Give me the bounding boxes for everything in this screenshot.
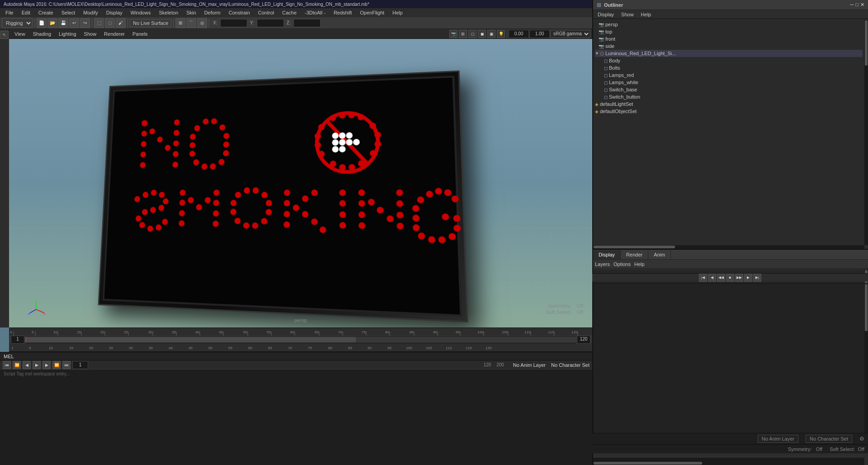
- vp-light-btn[interactable]: 💡: [497, 30, 505, 38]
- snap-to-point-btn[interactable]: ◎: [197, 18, 207, 28]
- outliner-item-top[interactable]: 📷 top: [595, 28, 863, 35]
- first-frame-btn[interactable]: ⏮: [3, 361, 11, 369]
- outliner-help-menu[interactable]: Help: [638, 11, 654, 18]
- vp-shaded-btn[interactable]: ◼: [478, 30, 486, 38]
- z-label: Z:: [285, 20, 292, 25]
- redo-btn[interactable]: ↪: [80, 18, 90, 28]
- menu-control[interactable]: Control: [255, 9, 278, 16]
- show-menu[interactable]: Show: [80, 30, 100, 38]
- settings-icon[interactable]: ⚙: [859, 436, 864, 442]
- undo-btn[interactable]: ↩: [69, 18, 79, 28]
- vp-grid-btn[interactable]: ⊞: [459, 30, 467, 38]
- stop-btn[interactable]: ■: [726, 274, 734, 282]
- anim-tab[interactable]: Anim: [648, 250, 671, 259]
- menu-openflight[interactable]: OpenFlight: [356, 9, 388, 16]
- snap-to-grid-btn[interactable]: ⊞: [175, 18, 185, 28]
- viewport-3d[interactable]: persp x y z Symmetry: Off Soft Select: O…: [9, 39, 592, 327]
- y-field[interactable]: [257, 19, 284, 27]
- x-field[interactable]: [220, 19, 247, 27]
- next-frame-btn[interactable]: ▶: [744, 274, 752, 282]
- menu-select[interactable]: Select: [58, 9, 79, 16]
- outliner-show-menu[interactable]: Show: [618, 11, 637, 18]
- menu-skeleton[interactable]: Skeleton: [155, 9, 182, 16]
- last-frame-btn[interactable]: ⏭: [62, 361, 71, 369]
- menu-cache[interactable]: Cache: [278, 9, 300, 16]
- gamma-select[interactable]: sRGB gamma: [550, 30, 590, 38]
- render-tab[interactable]: Render: [621, 250, 648, 259]
- menu-deform[interactable]: Deform: [201, 9, 224, 16]
- outliner-item-group[interactable]: ▼ ⬡ Luminous_Red_LED_Light_Si...: [595, 50, 863, 57]
- vp-camera-btn[interactable]: 📷: [449, 30, 458, 38]
- svg-text:70: 70: [338, 330, 342, 334]
- outliner-display-menu[interactable]: Display: [595, 11, 617, 18]
- outliner-scrollbar-v[interactable]: [864, 20, 868, 245]
- menu-create[interactable]: Create: [35, 9, 57, 16]
- start-frame-field[interactable]: 1: [11, 336, 24, 344]
- prev-key2-btn[interactable]: ⏪: [13, 361, 21, 369]
- value2-field[interactable]: 1.00: [529, 30, 550, 38]
- rb-scrollbar-h2[interactable]: [593, 458, 864, 461]
- lasso-tool-btn[interactable]: ◌: [105, 18, 115, 28]
- next-key-btn[interactable]: ▶|: [753, 274, 761, 282]
- outliner-item-body[interactable]: ◻ Body: [595, 57, 863, 64]
- outliner-item-bolts[interactable]: ◻ Bolts: [595, 64, 863, 71]
- options-menu[interactable]: Options: [613, 261, 631, 267]
- panels-menu[interactable]: Panels: [129, 30, 151, 38]
- menu-redshift[interactable]: Redshift: [330, 9, 355, 16]
- play-back-btn[interactable]: ◀◀: [717, 274, 725, 282]
- help-menu[interactable]: Help: [634, 261, 645, 267]
- prev-frame-btn[interactable]: ◀: [708, 274, 716, 282]
- outliner-item-persp[interactable]: 📷 persp: [595, 21, 863, 28]
- menu-modify[interactable]: Modify: [80, 9, 101, 16]
- outliner-maximize-btn[interactable]: □: [855, 2, 859, 8]
- outliner-item-front[interactable]: 📷 front: [595, 35, 863, 43]
- outliner-item-switch-base[interactable]: ◻ Switch_base: [595, 86, 863, 93]
- vp-wire-btn[interactable]: ◻: [468, 30, 476, 38]
- open-scene-btn[interactable]: 📂: [47, 18, 57, 28]
- next-key2-btn[interactable]: ⏩: [52, 361, 61, 369]
- play-btn[interactable]: ▶: [33, 361, 41, 369]
- layers-menu[interactable]: Layers: [595, 261, 610, 267]
- shading-menu[interactable]: Shading: [29, 30, 55, 38]
- value1-field[interactable]: 0.00: [509, 30, 529, 38]
- menu-constrain[interactable]: Constrain: [225, 9, 254, 16]
- select-tool-btn[interactable]: ⬚: [94, 18, 104, 28]
- outliner-item-lightset[interactable]: ◈ defaultLightSet: [595, 100, 863, 108]
- menu-skin[interactable]: Skin: [183, 9, 199, 16]
- save-scene-btn[interactable]: 💾: [58, 18, 68, 28]
- menu-windows[interactable]: Windows: [127, 9, 155, 16]
- select-btn[interactable]: ↖: [0, 31, 9, 39]
- play-fwd-btn[interactable]: ▶▶: [735, 274, 743, 282]
- step-fwd2-btn[interactable]: ▶: [42, 361, 51, 369]
- rb-right-scrollbar[interactable]: [864, 284, 868, 441]
- outliner-item-lamps-red[interactable]: ◻ Lamps_red: [595, 71, 863, 79]
- rb-scrollbar-h[interactable]: [593, 461, 864, 465]
- new-scene-btn[interactable]: 📄: [37, 18, 47, 28]
- menu-file[interactable]: File: [2, 9, 17, 16]
- outliner-item-objectset[interactable]: ◈ defaultObjectSet: [595, 108, 863, 115]
- mode-dropdown[interactable]: Rigging: [2, 18, 33, 28]
- menu-3dtoall[interactable]: -3DtoAll -: [301, 9, 329, 16]
- view-menu[interactable]: View: [11, 30, 29, 38]
- snap-to-curve-btn[interactable]: ⌒: [186, 18, 196, 28]
- step-back-btn[interactable]: ◀: [23, 361, 31, 369]
- outliner-minimize-btn[interactable]: ─: [850, 2, 854, 8]
- menu-edit[interactable]: Edit: [18, 9, 34, 16]
- z-field[interactable]: [293, 19, 321, 27]
- end-frame-field[interactable]: 120: [577, 336, 590, 344]
- outliner-scrollbar-h[interactable]: [593, 245, 864, 249]
- paint-tool-btn[interactable]: 🖌: [116, 18, 126, 28]
- current-frame-field[interactable]: [72, 361, 88, 369]
- outliner-item-switch-button[interactable]: ◻ Switch_button: [595, 93, 863, 100]
- display-tab[interactable]: Display: [593, 250, 621, 259]
- prev-key-btn[interactable]: |◀: [699, 274, 707, 282]
- outliner-item-side[interactable]: 📷 side: [595, 43, 863, 50]
- lighting-menu[interactable]: Lighting: [55, 30, 80, 38]
- menu-help[interactable]: Help: [389, 9, 406, 16]
- menu-display[interactable]: Display: [103, 9, 126, 16]
- renderer-menu[interactable]: Renderer: [100, 30, 128, 38]
- vp-texture-btn[interactable]: ▣: [487, 30, 495, 38]
- svg-point-153: [320, 227, 326, 233]
- outliner-close-btn[interactable]: ✕: [860, 2, 864, 8]
- outliner-item-lamps-white[interactable]: ◻ Lamps_white: [595, 79, 863, 86]
